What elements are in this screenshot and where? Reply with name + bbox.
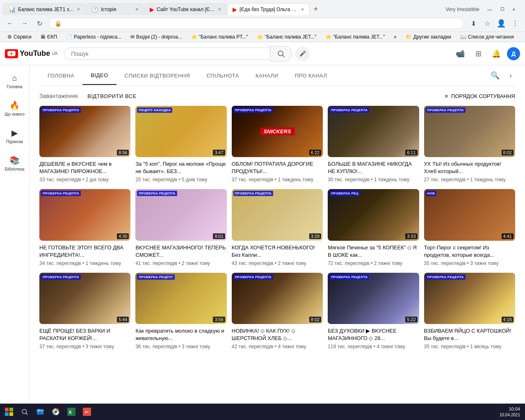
video-card-7[interactable]: ПРОВЕРКА РЕЦЕПТА 8:01 ВКУСНЕЕ МАГАЗИННОГ… bbox=[135, 189, 226, 266]
video-card-4[interactable]: ПРОВЕРКА РЕЦЕПТА 6:11 БОЛЬШЕ В МАГАЗИНЕ … bbox=[328, 106, 419, 183]
sidebar-item-home[interactable]: ⌂ Головна bbox=[1, 68, 29, 94]
video-card-3[interactable]: SNICKERS ПРОВЕРКА РЕЦЕПТА 6:22 ОБЛОМ! ПО… bbox=[232, 106, 323, 183]
star-icon[interactable]: ☆ bbox=[482, 18, 493, 29]
bookmark-fuel1[interactable]: ⭐ "Баланс палива PT..." bbox=[188, 33, 251, 41]
video-card-9[interactable]: ПРОВЕРКА РЕЦ 3:33 Мягкое Печенье за "5 К… bbox=[328, 189, 419, 266]
tab-close-2[interactable]: × bbox=[135, 7, 138, 12]
nav-videos[interactable]: ВІДЕО bbox=[82, 66, 116, 85]
video-meta-6: 34 тис. переглядів • 1 тиждень тому bbox=[39, 260, 130, 266]
browser-tab-2[interactable]: 🕐 Історія × bbox=[86, 3, 144, 15]
more-icon[interactable]: ⋮ bbox=[509, 18, 521, 29]
video-meta-3: 37 тис. переглядів • 1 тиждень тому bbox=[232, 177, 323, 183]
sort-button[interactable]: ≡ ПОРЯДОК СОРТУВАННЯ bbox=[445, 93, 516, 99]
browser-chrome: 📊 Баланс палива JET1 за КВІТЕНЬ... × 🕐 І… bbox=[0, 0, 525, 42]
browser-tab-4[interactable]: ▶ [Єда без Труда] Ольга Мирошни... × bbox=[227, 3, 309, 15]
nav-channels[interactable]: КАНАЛИ bbox=[247, 67, 286, 84]
video-title-1: ДЕШЕВЛЕ и ВКУСНЕЕ чем в МАГАЗИНЕ! ПИРОЖН… bbox=[39, 160, 130, 175]
bookmark-mail[interactable]: ✉ Вхідні (2) - dniproa... bbox=[127, 33, 185, 41]
video-duration-9: 3:33 bbox=[405, 233, 417, 239]
video-info-14: БЕЗ ДУХОВКИ ▶ ВКУСНЕЕ МАГАЗИННОГО ◇ 28..… bbox=[328, 327, 419, 349]
video-badge-8: ПРОВЕРКА РЕЦЕПТА bbox=[233, 191, 273, 196]
video-card-11[interactable]: ПРОВЕРКА РЕЦЕПТА 5:44 ЕЩЁ ПРОЩЕ! БЕЗ ВАР… bbox=[39, 273, 130, 349]
sidebar-item-library[interactable]: 📚 Бібліотека bbox=[1, 151, 29, 176]
video-meta-13: 42 тис. переглядів • 4 тижні тому bbox=[232, 344, 323, 349]
addressbar[interactable]: 🔒 youtube.com/c/ЄдабезТрудаОльгаМирошнич… bbox=[48, 18, 464, 29]
video-card-10[interactable]: НОВ 4:41 Торт-Пирог с секретом! Из проду… bbox=[424, 189, 515, 266]
video-card-12[interactable]: ПРОВЕРКА РЕЦЕПТ 3:56 Как превратить моло… bbox=[135, 273, 226, 349]
bookmark-fuel2[interactable]: ⭐ "Баланс палива JET..." bbox=[253, 33, 320, 41]
bookmark-more[interactable]: » bbox=[390, 33, 400, 41]
video-card-6[interactable]: ПРОВЕРКА РЕЦЕПТА 4:30 НЕ ГОТОВЬТЕ ЭТО!!!… bbox=[39, 189, 130, 266]
video-thumbnail-2: РЕЦЕПТ НАХОДКА 3:47 bbox=[135, 106, 226, 157]
bookmark-fuel3[interactable]: ⭐ "Баланс палива JET..." bbox=[322, 33, 388, 41]
sidebar-item-explore[interactable]: 🔥 Що нового bbox=[1, 96, 29, 121]
nav-community[interactable]: СПІЛЬНОТА bbox=[198, 67, 247, 84]
video-info-6: НЕ ГОТОВЬТЕ ЭТО!!! ВСЕГО ДВА ИНГРЕДИЕНТА… bbox=[39, 244, 130, 266]
video-card-5[interactable]: ПРОВЕРКА РЕЦЕПТА 8:02 УХ ТЫ! Из обычных … bbox=[424, 106, 515, 183]
bookmark-other[interactable]: 📁 Другие закладки bbox=[402, 33, 454, 41]
video-thumbnail-9: ПРОВЕРКА РЕЦ 3:33 bbox=[328, 189, 419, 240]
video-card-15[interactable]: ПРОВЕРКА РЕЦЕПТА 4:15 ВЗБИВАЕМ ЯЙЦО С КА… bbox=[424, 273, 515, 349]
window-minimize[interactable]: — bbox=[484, 5, 495, 14]
video-duration-14: 5:22 bbox=[405, 317, 417, 322]
new-tab-button[interactable]: + bbox=[310, 4, 322, 15]
video-card-13[interactable]: ПРОВЕРКА РЕЦЕПТА 8:02 НОВИНКА! ◇ КАК ПУХ… bbox=[232, 273, 323, 349]
bookmark-ekp[interactable]: 🏛 ЄКП bbox=[37, 33, 60, 41]
video-meta-4: 30 тис. переглядів • 1 тиждень тому bbox=[328, 177, 419, 183]
window-maximize[interactable]: ☐ bbox=[497, 5, 508, 14]
tab-close-3[interactable]: × bbox=[218, 7, 221, 12]
video-card-14[interactable]: ПРОВЕРКА РЕЦЕПТА 5:22 БЕЗ ДУХОВКИ ▶ ВКУС… bbox=[328, 273, 419, 349]
user-avatar[interactable]: Д bbox=[507, 47, 520, 60]
addressbar-input[interactable]: youtube.com/c/ЄдабезТрудаОльгаМирошничен… bbox=[64, 21, 458, 27]
nav-about[interactable]: ПРО КАНАЛ bbox=[286, 67, 335, 84]
channel-nav-more-button[interactable]: › bbox=[506, 66, 515, 86]
video-title-7: ВКУСНЕЕ МАГАЗИННОГО! ТЕПЕРЬ СМОЖЕТ... bbox=[135, 244, 226, 259]
header-actions: 📹 ⊞ 🔔 Д bbox=[453, 46, 520, 61]
tab-close-1[interactable]: × bbox=[77, 7, 80, 12]
create-button[interactable]: 📹 bbox=[453, 46, 468, 61]
video-duration-3: 6:22 bbox=[309, 150, 321, 155]
video-badge-1: ПРОВЕРКА РЕЦЕПТА bbox=[41, 107, 81, 113]
search-input[interactable] bbox=[71, 50, 263, 57]
bookmark-reading[interactable]: 📖 Список для читання bbox=[457, 33, 517, 41]
video-title-9: Мягкое Печенье за "5 КОПЕЕК" ◇ Я В ШОКЕ … bbox=[328, 244, 419, 259]
video-info-13: НОВИНКА! ◇ КАК ПУХ! ◇ ШЕРСТЯНОЙ ХЛЕБ ◇..… bbox=[232, 327, 323, 349]
video-meta-5: 27 тис. переглядів • 1 тиждень тому bbox=[424, 177, 515, 183]
apps-button[interactable]: ⊞ bbox=[471, 46, 486, 61]
bookmark-paperless[interactable]: 📄 Paperless - підписа... bbox=[63, 33, 125, 41]
video-card-1[interactable]: ПРОВЕРКА РЕЦЕПТА 8:56 ДЕШЕВЛЕ и ВКУСНЕЕ … bbox=[39, 106, 130, 183]
video-title-5: УХ ТЫ! Из обычных продуктов! Хлеб которы… bbox=[424, 160, 515, 175]
user-icon[interactable]: 👤 bbox=[495, 18, 507, 29]
nav-forward-button[interactable]: → bbox=[19, 18, 30, 29]
browser-tab-1[interactable]: 📊 Баланс палива JET1 за КВІТЕНЬ... × bbox=[3, 3, 85, 15]
channel-nav-search-button[interactable]: 🔍 bbox=[484, 65, 506, 86]
browser-tab-3[interactable]: ▶ Сайт YouTube канал [Єда без тр... × bbox=[144, 3, 226, 15]
notifications-button[interactable]: 🔔 bbox=[489, 46, 504, 61]
nav-home[interactable]: ГОЛОВНА bbox=[39, 67, 82, 84]
youtube-sidebar: ⌂ Головна 🔥 Що нового ▶ Підписки 📚 Біблі… bbox=[0, 65, 30, 403]
video-card-2[interactable]: РЕЦЕПТ НАХОДКА 3:47 За "5 коп". Пирог на… bbox=[135, 106, 226, 183]
nav-playlists[interactable]: СПИСКИ ВІДТВОРЕННЯ bbox=[116, 67, 199, 84]
video-info-4: БОЛЬШЕ В МАГАЗИНЕ НИКОГДА НЕ КУПЛЮ!... 3… bbox=[328, 160, 419, 183]
play-all-button[interactable]: ВІДТВОРИТИ ВСЕ bbox=[87, 93, 137, 99]
youtube-content: ГОЛОВНА ВІДЕО СПИСКИ ВІДТВОРЕННЯ СПІЛЬНО… bbox=[30, 65, 525, 403]
video-duration-5: 8:02 bbox=[502, 150, 514, 155]
nav-reload-button[interactable]: ↻ bbox=[34, 18, 45, 29]
video-card-8[interactable]: ПРОВЕРКА РЕЦЕПТА 3:29 КОГДА ХОЧЕТСЯ НОВЕ… bbox=[232, 189, 323, 266]
sidebar-item-subscriptions[interactable]: ▶ Підписки bbox=[1, 123, 29, 149]
video-info-12: Как превратить молоко в сладкую и жевате… bbox=[135, 327, 226, 349]
window-controls: Very Irresistible — ☐ × bbox=[443, 5, 522, 14]
search-input-wrap[interactable] bbox=[64, 48, 270, 60]
youtube-logo[interactable]: YouTubeUA bbox=[5, 49, 57, 58]
video-badge-13: ПРОВЕРКА РЕЦЕПТА bbox=[233, 274, 273, 280]
video-info-11: ЕЩЁ ПРОЩЕ! БЕЗ ВАРКИ И РАСКАТКИ КОРЖЕЙ!.… bbox=[39, 327, 130, 349]
download-icon[interactable]: ⬇ bbox=[468, 18, 479, 29]
microphone-button[interactable]: 🎤 bbox=[295, 46, 310, 61]
video-duration-8: 3:29 bbox=[309, 233, 321, 239]
nav-back-button[interactable]: ← bbox=[4, 18, 16, 29]
search-button[interactable] bbox=[270, 46, 292, 62]
bookmark-services[interactable]: ⚙ Сервіси bbox=[4, 33, 35, 41]
tab-close-4[interactable]: × bbox=[301, 7, 304, 12]
window-close[interactable]: × bbox=[509, 5, 518, 14]
youtube-main: ⌂ Головна 🔥 Що нового ▶ Підписки 📚 Біблі… bbox=[0, 65, 525, 403]
